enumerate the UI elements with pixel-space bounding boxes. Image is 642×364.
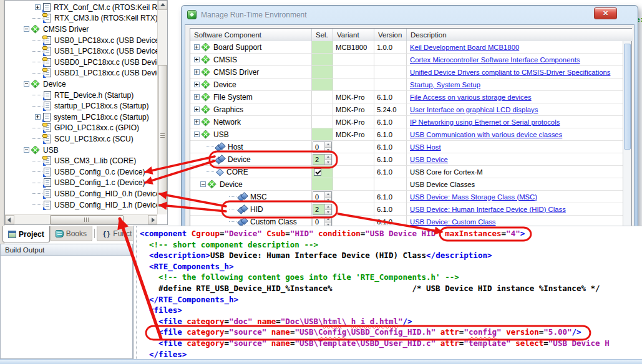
scroll-right-button[interactable] [148, 215, 157, 224]
spin-down-button[interactable] [325, 210, 331, 215]
spin-up-button[interactable] [325, 204, 331, 210]
component-row-13-hid[interactable]: HID26.1.0USB Device: Human Interface Dev… [190, 203, 623, 216]
tree-item-usbd-config-hid-1-h-device[interactable]: USBD_Config_HID_1.h (Device: [5, 199, 157, 211]
expand-toggle[interactable] [194, 107, 200, 112]
tree-horizontal-scrollbar[interactable] [5, 214, 157, 224]
tree-item-usb1-lpc18xx-c-usb-device-u[interactable]: USB1_LPC18xx.c (USB Device:U [5, 46, 157, 57]
xml-editor-pane[interactable]: <component Cgroup="Device" Csub="HID" co… [133, 226, 642, 359]
component-row-3-device[interactable]: DeviceStartup, System Setup [190, 79, 623, 91]
component-row-7-usb[interactable]: USBMDK-Pro6.1.0USB Communication with va… [190, 128, 623, 141]
expand-toggle[interactable] [24, 26, 29, 32]
component-row-5-graphics[interactable]: GraphicsMDK-Pro5.24.0User Interface on g… [190, 103, 623, 116]
device-instances-spinner[interactable]: 2 [313, 154, 332, 165]
expand-toggle[interactable] [24, 81, 29, 87]
expand-toggle[interactable] [194, 132, 200, 137]
component-row-1-cmsis[interactable]: CMSISCortex Microcontroller Software Int… [190, 54, 623, 66]
component-row-2-cmsis-driver[interactable]: CMSIS DriverUnified Device Drivers compl… [190, 66, 623, 79]
spin-up-button[interactable] [325, 192, 331, 198]
component-row-11-device[interactable]: DeviceUSB Device Classes [190, 178, 623, 191]
code-line-7[interactable]: </RTE_Components_h> [140, 294, 642, 305]
spin-up-button[interactable] [325, 142, 331, 148]
tree-item-system-lpc18xx-c-startup[interactable]: system_LPC18xx.c (Startup) [5, 112, 157, 123]
spin-down-button[interactable] [325, 198, 331, 203]
description-link[interactable]: USB Device: Mass Storage Class (MSC) [407, 193, 537, 201]
description-link[interactable]: USB Device [407, 156, 448, 163]
code-line-6[interactable]: #define RTE_USB_Device_HID_%Instance% /*… [140, 283, 642, 294]
tree-item-cmsis-driver[interactable]: CMSIS Driver [5, 24, 157, 35]
component-row-8-host[interactable]: Host06.1.0USB Host [190, 141, 623, 153]
code-line-3[interactable]: <description>USB Device: Human Interface… [140, 250, 642, 261]
spin-up-button[interactable] [325, 155, 331, 160]
code-line-2[interactable]: <!-- short component description --> [140, 239, 642, 251]
description-link[interactable]: Startup, System Setup [407, 81, 480, 89]
expand-toggle[interactable] [194, 44, 200, 50]
tree-item-rte-device-h-startup[interactable]: RTE_Device.h (Startup) [5, 90, 157, 101]
code-line-1[interactable]: <component Cgroup="Device" Csub="HID" co… [140, 228, 642, 239]
expand-toggle[interactable] [35, 4, 41, 10]
code-line-10[interactable]: <file category="source" name="USB\Config… [140, 327, 642, 338]
host-instances-spinner[interactable]: 0 [313, 141, 332, 153]
tree-item-usbd-config-hid-0-h-device[interactable]: USBD_Config_HID_0.h (Device: [5, 188, 157, 199]
description-link[interactable]: User Interface on graphical LCD displays [407, 106, 538, 113]
description-link[interactable]: Cortex Microcontroller Software Interfac… [407, 56, 580, 64]
build-output-body[interactable] [0, 256, 133, 359]
vertical-scrollbar-thumb[interactable] [624, 44, 631, 150]
component-row-12-msc[interactable]: MSC06.1.0USB Device: Mass Storage Class … [190, 191, 623, 203]
tab-books[interactable]: Books [50, 226, 92, 241]
tree-item-rtx-cm3-lib-rtos-keil-rtx[interactable]: RTX_CM3.lib (RTOS:Keil RTX) [5, 13, 157, 24]
hid-instances-spinner[interactable]: 2 [313, 204, 332, 215]
horizontal-scrollbar-thumb[interactable] [50, 215, 124, 224]
tree-item-usbd-config-1-c-device[interactable]: USBD_Config_1.c (Device) [5, 178, 157, 189]
expand-toggle[interactable] [194, 82, 200, 87]
tree-item-startup-lpc18xx-s-startup[interactable]: startup_LPC18xx.s (Startup) [5, 100, 157, 112]
component-row-4-file-system[interactable]: File SystemMDK-Pro6.1.0File Access on va… [190, 91, 623, 103]
description-link[interactable]: Unified Device Drivers compliant to CMSI… [407, 69, 610, 76]
tree-item-usbd1-lpc18xx-c-usb-device[interactable]: USBD1_LPC18xx.c (USB Device: [5, 68, 157, 79]
tab-project[interactable]: Project [2, 226, 50, 242]
tree-item-usb[interactable]: USB [5, 145, 157, 156]
spin-down-button[interactable] [325, 148, 331, 153]
expand-toggle[interactable] [194, 57, 200, 62]
expand-toggle[interactable] [200, 181, 206, 187]
code-line-12[interactable]: </files> [140, 349, 642, 359]
component-row-6-network[interactable]: NetworkMDK-Pro6.1.0IP Networking using E… [190, 116, 623, 128]
close-button[interactable]: ✕ [594, 7, 617, 19]
description-link[interactable]: USB Device: Human Interface Device (HID)… [407, 206, 566, 213]
tree-item-usb-cm3-l-lib-core[interactable]: USB_CM3_L.lib (CORE) [5, 155, 157, 166]
component-row-0-board-support[interactable]: Board SupportMCB18001.0.0Keil Developmen… [190, 41, 623, 54]
vertical-scrollbar-thumb[interactable] [158, 65, 167, 207]
core-checkbox[interactable] [314, 168, 321, 176]
description-link[interactable]: USB Device: Custom Class [407, 218, 495, 226]
spin-down-button[interactable] [325, 160, 331, 165]
tree-item-scu-lpc18xx-c-scu[interactable]: SCU_LPC18xx.c (SCU) [5, 133, 157, 145]
expand-toggle[interactable] [194, 69, 200, 75]
expand-toggle[interactable] [194, 119, 200, 125]
tab-funct[interactable]: {}Funct [97, 226, 133, 241]
tree-item-usb0-lpc18xx-c-usb-device-u[interactable]: USB0_LPC18xx.c (USB Device:U [5, 35, 157, 46]
component-row-10-core[interactable]: CORE6.1.0USB Core for Cortex-M [190, 166, 623, 178]
description-link[interactable]: IP Networking using Ethernet or Serial p… [407, 118, 560, 126]
scroll-left-button[interactable] [5, 215, 14, 224]
dialog-titlebar[interactable]: Manage Run-Time Environment ✕ [182, 6, 638, 24]
expand-toggle[interactable] [194, 94, 200, 100]
code-line-8[interactable]: <files> [140, 305, 642, 316]
scroll-up-button[interactable] [158, 1, 167, 10]
code-line-4[interactable]: <RTE_Components_h> [140, 261, 642, 272]
spin-up-button[interactable] [325, 217, 331, 223]
tree-item-usbd0-lpc18xx-c-usb-device[interactable]: USBD0_LPC18xx.c (USB Device: [5, 57, 157, 68]
description-link[interactable]: USB Communication with various device cl… [407, 131, 562, 138]
code-line-9[interactable]: <file category="doc" name="Doc\USB\html\… [140, 316, 642, 327]
msc-instances-spinner[interactable]: 0 [313, 191, 332, 203]
expand-toggle[interactable] [24, 147, 29, 153]
code-line-5[interactable]: <!-- the following content goes into fil… [140, 272, 642, 283]
tree-item-device[interactable]: Device [5, 79, 157, 90]
tree-item-gpio-lpc18xx-c-gpio[interactable]: GPIO_LPC18xx.c (GPIO) [5, 123, 157, 134]
component-row-9-device[interactable]: Device26.1.0USB Device [190, 153, 623, 166]
tree-item-rtx-conf-cm-c-rtos-keil-rt[interactable]: RTX_Conf_CM.c (RTOS:Keil RT [5, 2, 157, 13]
code-line-11[interactable]: <file category="source" name="USB\Templa… [140, 338, 642, 349]
description-link[interactable]: Keil Development Board MCB1800 [407, 44, 519, 51]
tree-vertical-scrollbar[interactable] [157, 1, 167, 214]
description-link[interactable]: File Access on various storage devices [407, 93, 532, 101]
description-link[interactable]: USB Host [407, 143, 441, 151]
tree-item-usbd-config-0-c-device[interactable]: USBD_Config_0.c (Device) [5, 166, 157, 178]
